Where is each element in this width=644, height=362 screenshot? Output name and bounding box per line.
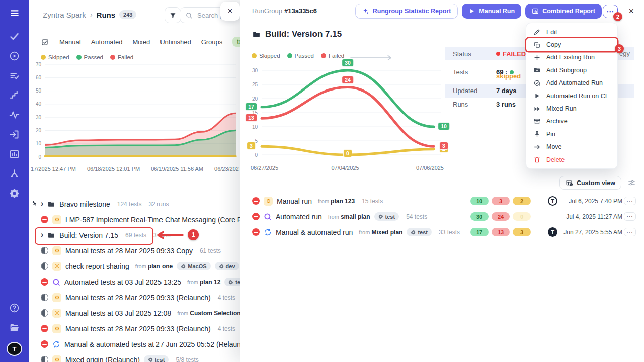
page-title: Runs: [97, 11, 116, 19]
sidebar-list-check-icon[interactable]: [9, 70, 20, 81]
divider: [29, 49, 240, 49]
rungroup-title-text: Build: Version 7.15: [265, 29, 342, 39]
rungroup-line-chart-block: SkippedPassedFailed 051015202530 06/27/2…: [247, 48, 444, 173]
chevron-right-icon[interactable]: ›: [41, 200, 43, 208]
tab-automated[interactable]: Automated: [91, 38, 123, 46]
select-runs-icon[interactable]: [41, 38, 49, 46]
run-row[interactable]: Manual tests at 28 Mar 2025 09:33 (Relau…: [29, 321, 240, 336]
rungroup-header: RunGroup#13a335c6 Rungroup Statistic Rep…: [240, 0, 644, 23]
svg-text:60: 60: [36, 75, 42, 80]
display-settings-icon[interactable]: [627, 178, 636, 187]
menu-item-archive[interactable]: Archive: [526, 115, 617, 128]
sidebar-menu-icon[interactable]: [9, 8, 21, 18]
runs-count-badge: 243: [119, 10, 136, 19]
row-more-button[interactable]: ⋯: [624, 228, 636, 236]
panel-close-button[interactable]: ×: [220, 2, 240, 21]
tests-skipped-link[interactable]: skipped: [496, 72, 521, 80]
legend-passed: Passed: [287, 53, 314, 59]
run-source: from Mixed plan: [359, 229, 403, 236]
tab-groups[interactable]: Groups: [201, 38, 223, 46]
run-row[interactable]: Manual & automated tests at 27 Jun 2025 …: [29, 336, 240, 352]
plus-icon: [533, 54, 541, 61]
row-more-button[interactable]: ⋯: [624, 197, 636, 205]
run-name: Mixed origin (Relaunch): [65, 356, 140, 362]
run-name: Manual tests at 03 Jul 2025 12:08: [65, 309, 171, 317]
copy-icon: [533, 41, 541, 49]
result-pills: 30240: [470, 212, 531, 221]
group-row[interactable]: ›Build: Version 7.1569 tests3 runs: [29, 227, 240, 243]
rungroup-detail-panel: RunGroup#13a335c6 Rungroup Statistic Rep…: [240, 0, 644, 362]
sidebar-play-circle-icon[interactable]: [9, 51, 20, 61]
rungroup-run-row[interactable]: Manual runfrom plan 12315 tests1032TJul …: [240, 193, 644, 209]
chevron-right-icon[interactable]: ›: [41, 231, 43, 239]
sidebar-import-icon[interactable]: [9, 129, 20, 140]
combined-report-button[interactable]: Combined Report: [525, 4, 602, 19]
tag-chip: test: [144, 355, 169, 362]
sidebar-gear-icon[interactable]: [9, 188, 20, 199]
filter-button[interactable]: [165, 7, 181, 23]
modal-close-button[interactable]: ×: [628, 6, 634, 17]
failed-status-icon: [41, 340, 48, 348]
sidebar-pulse-icon[interactable]: [9, 110, 20, 120]
run-row[interactable]: check report sharingfrom plan oneMacOSde…: [29, 258, 240, 274]
sidebar-bar-chart-icon[interactable]: [9, 149, 20, 159]
x-tick-label: 07/06/2025: [416, 165, 444, 171]
right-chart-x-labels: 06/27/202507/04/202507/06/2025: [247, 165, 444, 172]
runs-area-chart: 010203040506070: [31, 60, 240, 167]
run-row[interactable]: Mixed origin (Relaunch)test5/8 tests: [29, 352, 240, 362]
rungroup-hash: #13a335c6: [284, 7, 317, 15]
run-row[interactable]: Manual tests at 28 Mar 2025 09:33 Copy61…: [29, 243, 240, 258]
row-more-button[interactable]: ⋯: [624, 212, 636, 221]
tab-unfinished[interactable]: Unfinished: [160, 38, 191, 46]
manual-run-icon: [52, 309, 61, 318]
rungroup-run-row[interactable]: Manual & automated runfrom Mixed plantes…: [240, 224, 644, 240]
menu-item-edit[interactable]: Edit: [526, 26, 617, 38]
user-avatar[interactable]: T: [7, 342, 22, 356]
automated-run-icon: [264, 213, 272, 221]
legend-dot: [321, 53, 326, 58]
run-row[interactable]: Manual tests at 28 Mar 2025 09:33 (Relau…: [29, 290, 240, 305]
partial-status-icon: [41, 294, 48, 301]
menu-item-label: Add Subgroup: [546, 67, 587, 74]
menu-item-add-subgroup[interactable]: Add Subgroup: [526, 64, 617, 76]
sidebar-steps-icon[interactable]: [9, 90, 20, 101]
group-row[interactable]: ›Bravo milestone124 tests32 runs: [29, 196, 240, 212]
archive-icon: [533, 118, 541, 125]
menu-item-pin[interactable]: Pin: [526, 128, 617, 140]
gear-icon: [181, 264, 186, 269]
result-pill-green: 10: [470, 197, 489, 205]
rungroup-runs-list: Manual runfrom plan 12315 tests1032TJul …: [240, 193, 644, 240]
x-tick-label: 06/23/202: [214, 166, 239, 172]
group-tests-count: 124 tests: [117, 201, 142, 208]
run-row[interactable]: LMP-587 Implement Real-Time Chat Messagi…: [29, 212, 240, 227]
menu-item-automated-run-on-ci[interactable]: Automated Run on CI: [526, 89, 617, 102]
tag-filter-chip[interactable]: test: [232, 37, 240, 47]
menu-item-add-automated-run[interactable]: Add Automated Run: [526, 77, 617, 89]
sidebar-branch-icon[interactable]: [9, 168, 20, 179]
menu-item-delete[interactable]: Delete: [526, 153, 617, 166]
menu-item-add-existing-run[interactable]: Add Existing Run: [526, 51, 617, 64]
custom-view-button[interactable]: Custom view: [559, 176, 621, 190]
tab-manual[interactable]: Manual: [59, 38, 81, 46]
pin-icon: [533, 130, 541, 138]
svg-text:25: 25: [252, 82, 258, 87]
breadcrumb-project[interactable]: Zyntra Spark: [43, 11, 86, 19]
run-row[interactable]: Automated tests at 03 Jul 2025 13:25from…: [29, 274, 240, 290]
menu-item-move[interactable]: Move: [526, 141, 617, 153]
run-name: Manual & automated run: [276, 228, 353, 236]
menu-item-copy[interactable]: Copy: [526, 38, 617, 51]
result-pill-red: 13: [492, 228, 510, 236]
tab-mixed[interactable]: Mixed: [133, 38, 150, 46]
run-source: from plan one: [135, 263, 173, 270]
run-row[interactable]: Manual tests at 03 Jul 2025 12:08from Cu…: [29, 305, 240, 321]
svg-text:10: 10: [36, 141, 42, 146]
funnel-icon: [169, 12, 177, 19]
sidebar-check-icon[interactable]: [9, 31, 20, 42]
menu-item-mixed-run[interactable]: Mixed Run: [526, 102, 617, 115]
manual-run-button[interactable]: Manual Run: [462, 4, 521, 19]
rungroup-run-row[interactable]: Automated runfrom small plantest54 tests…: [240, 209, 644, 224]
sidebar-help-icon[interactable]: [9, 303, 20, 313]
sidebar-folder-open-icon[interactable]: [9, 322, 20, 333]
rungroup-statistic-report-button[interactable]: Rungroup Statistic Report: [355, 4, 458, 19]
failed-status-icon: [41, 325, 48, 332]
